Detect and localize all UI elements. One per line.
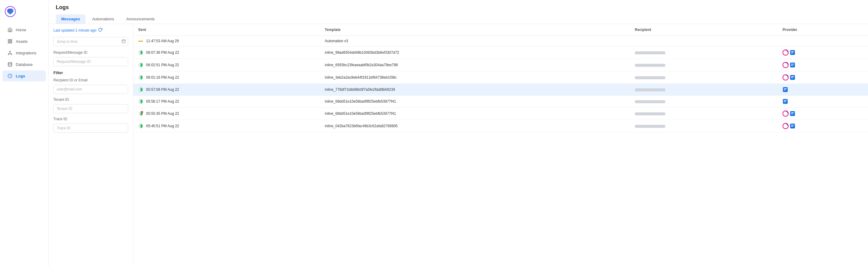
sidebar-item-database[interactable]: Database (2, 59, 46, 70)
last-updated-text: Last updated 1 minute ago (53, 28, 128, 33)
request-message-id-group: Request/Message ID (53, 50, 128, 66)
cell-recipient (630, 47, 778, 59)
database-icon (7, 62, 13, 67)
tab-messages[interactable]: Messages (56, 14, 86, 24)
cell-provider (778, 96, 868, 107)
sent-time: 05:45:51 PM Aug 22 (146, 124, 179, 128)
cell-provider (778, 71, 868, 84)
recipient-redacted (635, 112, 665, 115)
svg-point-11 (8, 62, 12, 63)
request-message-id-label: Request/Message ID (53, 50, 128, 55)
cell-provider (778, 47, 868, 59)
svg-point-7 (11, 54, 12, 55)
svg-line-10 (10, 53, 11, 54)
svg-rect-57 (791, 126, 793, 127)
cell-recipient (630, 120, 778, 132)
cell-sent: 05:45:51 PM Aug 22 (133, 120, 320, 132)
cell-recipient (630, 107, 778, 120)
status-half-green-icon (138, 50, 143, 55)
svg-rect-39 (784, 89, 786, 90)
cell-sent: 06:01:16 PM Aug 22 (133, 71, 320, 84)
cell-template: Automation v3 (320, 36, 630, 47)
sent-time: 06:02:51 PM Aug 22 (146, 63, 179, 67)
page-header: Logs Messages Automations Announcements (49, 0, 868, 24)
table-row[interactable]: 05:45:51 PM Aug 22 inline_042ba7623b6fac… (133, 120, 868, 132)
main-area: Logs Messages Automations Announcements … (49, 0, 868, 266)
svg-rect-27 (791, 64, 794, 64)
svg-rect-21 (791, 51, 794, 52)
recipient-redacted (635, 100, 665, 103)
sidebar-item-database-label: Database (16, 62, 33, 67)
cell-provider (778, 36, 868, 47)
provider-icons (782, 99, 863, 104)
recipient-redacted (635, 64, 665, 67)
sidebar-item-assets[interactable]: Assets (2, 36, 46, 47)
provider-c-icon (782, 50, 788, 56)
filter-section: Filter Recipient ID or Email Tenant ID T… (53, 71, 128, 133)
recipient-redacted (635, 88, 665, 91)
svg-point-5 (10, 51, 10, 52)
cell-recipient (630, 36, 778, 47)
provider-blue-square-icon (782, 87, 788, 92)
table-row[interactable]: ! 05:55:35 PM Aug 22 inline_68dd51e10e56… (133, 107, 868, 120)
recipient-redacted (635, 125, 665, 128)
tab-automations[interactable]: Automations (87, 14, 119, 24)
svg-rect-4 (8, 42, 10, 43)
cell-sent: 05:56:17 PM Aug 22 (133, 96, 320, 107)
col-recipient: Recipient (630, 24, 778, 36)
table-row[interactable]: 06:02:51 PM Aug 22 inline_6593bc23feaeaa… (133, 59, 868, 71)
sidebar-item-assets-label: Assets (16, 39, 28, 44)
svg-rect-50 (791, 112, 794, 113)
svg-rect-38 (784, 88, 787, 89)
svg-rect-22 (791, 53, 793, 53)
jump-to-time-input[interactable] (53, 37, 128, 46)
cell-recipient (630, 84, 778, 96)
tab-announcements[interactable]: Announcements (121, 14, 160, 24)
provider-icons (782, 87, 863, 92)
app-logo (0, 4, 48, 24)
col-sent: Sent (133, 24, 320, 36)
table-row[interactable]: 05:56:17 PM Aug 22 inline_68dd51e10e56ba… (133, 96, 868, 107)
cell-sent: 11:47:53 AM Aug 29 (133, 36, 320, 47)
col-provider: Provider (778, 24, 868, 36)
sidebar-item-integrations[interactable]: Integrations (2, 47, 46, 58)
page-title: Logs (56, 4, 861, 10)
status-half-green-icon (138, 62, 143, 68)
sidebar-item-logs-label: Logs (16, 74, 25, 78)
recipient-input[interactable] (53, 85, 128, 94)
table-row[interactable]: 11:47:53 AM Aug 29 Automation v3 (133, 36, 868, 47)
table-row[interactable]: 06:07:36 PM Aug 22 inline_99ad6554dd48b1… (133, 47, 868, 59)
svg-rect-44 (784, 101, 786, 102)
table-row[interactable]: 05:57:08 PM Aug 22 inline_778df71b8d98d3… (133, 84, 868, 96)
refresh-icon[interactable] (98, 28, 102, 33)
provider-c-icon (782, 62, 788, 68)
cell-recipient (630, 59, 778, 71)
trace-label: Trace ID (53, 117, 128, 121)
request-message-id-input[interactable] (53, 57, 128, 66)
cell-provider (778, 107, 868, 120)
tenant-label: Tenant ID (53, 98, 128, 102)
provider-icons (782, 50, 863, 56)
calendar-icon[interactable] (122, 39, 126, 44)
recipient-label: Recipient ID or Email (53, 78, 128, 82)
svg-rect-28 (791, 65, 793, 65)
messages-table-area: Sent Template Recipient Provider 11:47:5… (133, 24, 868, 266)
jump-to-time-wrapper (53, 37, 128, 46)
provider-blue-square-icon (782, 99, 788, 104)
provider-blue-square-icon (790, 123, 795, 129)
cell-provider (778, 120, 868, 132)
cell-template: inline_99ad6554dd48b10483bd3b6ef3307d72 (320, 47, 630, 59)
col-template: Template (320, 24, 630, 36)
svg-rect-3 (10, 42, 12, 43)
sidebar-item-logs[interactable]: Logs (2, 71, 46, 81)
logs-icon (7, 73, 13, 79)
content-area: Last updated 1 minute ago Request/Messag… (49, 24, 868, 266)
provider-blue-square-icon (790, 75, 795, 80)
sidebar-item-home[interactable]: Home (2, 24, 46, 35)
sidebar-item-integrations-label: Integrations (16, 51, 36, 55)
table-row[interactable]: 06:01:16 PM Aug 22 inline_3eb2a2ac8eb44f… (133, 71, 868, 84)
trace-input[interactable] (53, 124, 128, 133)
status-half-green-icon (138, 124, 143, 129)
tenant-input[interactable] (53, 104, 128, 113)
provider-c-icon (782, 74, 788, 80)
